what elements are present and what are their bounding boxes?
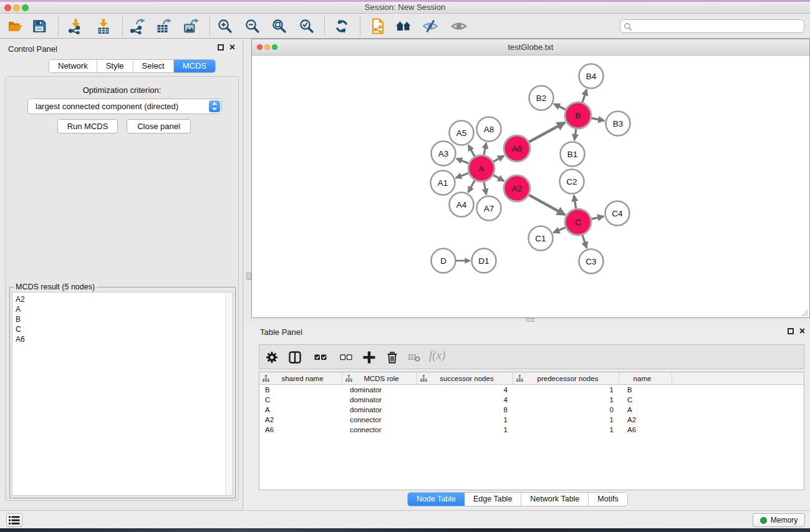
graph-node-C1[interactable]: C1 — [529, 226, 553, 251]
task-history-button[interactable] — [6, 513, 22, 527]
graph-node-A8[interactable]: A8 — [477, 117, 501, 142]
graph-node-C2[interactable]: C2 — [560, 170, 584, 194]
graph-node-B1[interactable]: B1 — [561, 142, 585, 167]
table-cell[interactable]: 1 — [513, 395, 619, 405]
graph-edge-C-C3[interactable] — [582, 233, 587, 248]
mcds-result-item[interactable]: A6 — [12, 334, 233, 344]
node-table[interactable]: shared nameMCDS rolesuccessor nodesprede… — [259, 372, 804, 490]
graph-edge-A-A7[interactable] — [484, 180, 486, 195]
table-cell[interactable]: B — [259, 385, 342, 395]
mcds-result-item[interactable]: B — [12, 314, 233, 324]
table-cell[interactable]: connector — [342, 425, 417, 435]
graph-edge-A-A4[interactable] — [468, 179, 476, 193]
open-session-icon[interactable] — [7, 18, 23, 34]
mcds-result-item[interactable]: C — [12, 324, 233, 334]
network-zoom-traffic-light[interactable] — [272, 44, 277, 50]
graph-node-A[interactable]: A — [468, 155, 494, 181]
tab-node-table[interactable]: Node Table — [408, 493, 465, 506]
network-close-traffic-light[interactable] — [257, 44, 263, 50]
search-box[interactable] — [620, 19, 804, 33]
graph-node-A2[interactable]: A2 — [504, 175, 530, 201]
graph-node-A1[interactable]: A1 — [431, 171, 455, 195]
graph-node-B[interactable]: B — [565, 102, 591, 128]
table-cell[interactable]: C — [619, 395, 672, 405]
graph-edge-A-A5[interactable] — [468, 145, 476, 158]
zoom-fit-icon[interactable] — [271, 18, 287, 34]
zoom-in-icon[interactable] — [217, 18, 233, 34]
table-row[interactable]: A6connector11A6 — [259, 425, 804, 435]
column-visibility-icon[interactable] — [289, 351, 301, 364]
graph-edge-C-C2[interactable] — [574, 195, 576, 210]
table-cell[interactable]: 0 — [513, 405, 619, 415]
column-header-name[interactable]: name — [619, 372, 672, 384]
delete-table-icon[interactable] — [408, 351, 420, 364]
graph-node-C[interactable]: C — [565, 209, 591, 235]
new-network-from-selection-icon[interactable] — [370, 18, 387, 34]
table-cell[interactable]: A — [259, 405, 342, 415]
graph-edge-B-B2[interactable] — [554, 104, 567, 110]
zoom-selected-icon[interactable] — [299, 18, 315, 34]
table-cell[interactable]: 1 — [417, 425, 513, 435]
column-header-shared-name[interactable]: shared name — [259, 372, 342, 384]
hide-graphics-details-icon[interactable] — [422, 18, 438, 34]
graph-node-D1[interactable]: D1 — [472, 249, 496, 273]
import-table-icon[interactable] — [95, 18, 112, 34]
graph-node-A5[interactable]: A5 — [450, 121, 474, 145]
network-canvas[interactable]: AA1A2A3A4A5A6A7A8BB1B2B3B4CC1C2C3C4DD1 — [252, 56, 809, 317]
float-panel-icon[interactable] — [788, 328, 794, 334]
zoom-traffic-light[interactable] — [22, 4, 29, 11]
table-cell[interactable]: dominator — [342, 405, 417, 415]
graph-node-C4[interactable]: C4 — [605, 201, 630, 226]
table-cell[interactable]: 4 — [417, 385, 513, 395]
graph-node-A6[interactable]: A6 — [504, 135, 530, 162]
import-network-icon[interactable] — [67, 18, 84, 34]
function-builder-icon[interactable]: f(x) — [429, 349, 445, 362]
table-cell[interactable]: 1 — [417, 415, 513, 425]
graph-node-B3[interactable]: B3 — [606, 112, 630, 136]
select-all-rows-icon[interactable] — [314, 351, 327, 364]
table-cell[interactable]: C — [259, 395, 342, 405]
table-row[interactable]: A2connector11A2 — [259, 415, 804, 425]
close-panel-icon[interactable]: × — [229, 44, 235, 51]
network-minimize-traffic-light[interactable] — [264, 44, 270, 50]
table-cell[interactable]: 1 — [513, 385, 619, 395]
minimize-traffic-light[interactable] — [13, 4, 20, 11]
vertical-split-handle[interactable] — [246, 273, 251, 280]
tab-edge-table[interactable]: Edge Table — [465, 493, 521, 506]
run-mcds-button[interactable]: Run MCDS — [57, 119, 118, 133]
export-image-icon[interactable] — [183, 18, 199, 34]
close-traffic-light[interactable] — [4, 4, 11, 11]
table-row[interactable]: Cdominator41C — [259, 395, 804, 405]
table-cell[interactable]: A2 — [259, 415, 342, 425]
float-panel-icon[interactable] — [218, 44, 224, 51]
graph-edge-B-B3[interactable] — [590, 118, 604, 121]
table-cell[interactable]: 4 — [417, 395, 513, 405]
table-cell[interactable]: 1 — [513, 415, 619, 425]
mcds-result-list[interactable]: A2ABCA6 — [12, 292, 233, 496]
window-resize-grip[interactable] — [800, 308, 809, 317]
zoom-out-icon[interactable] — [244, 18, 261, 34]
show-graphics-details-icon[interactable] — [451, 18, 467, 34]
export-table-icon[interactable] — [155, 18, 171, 34]
table-cell[interactable]: B — [619, 385, 672, 395]
tab-select[interactable]: Select — [133, 60, 174, 72]
graph-node-A4[interactable]: A4 — [450, 193, 474, 217]
criterion-dropdown[interactable]: largest connected component (directed) — [27, 99, 222, 114]
graph-node-A7[interactable]: A7 — [477, 196, 501, 221]
close-panel-icon[interactable]: × — [799, 328, 805, 334]
table-row[interactable]: Adominator80A — [259, 405, 804, 415]
mcds-result-item[interactable]: A2 — [12, 294, 233, 304]
tab-mcds[interactable]: MCDS — [174, 60, 215, 72]
graph-edge-C-C1[interactable] — [554, 227, 567, 233]
network-window-titlebar[interactable]: testGlobe.txt — [252, 39, 809, 56]
search-input[interactable] — [634, 21, 801, 32]
deselect-all-rows-icon[interactable] — [340, 351, 352, 364]
close-panel-button[interactable]: Close panel — [127, 119, 191, 133]
graph-node-B2[interactable]: B2 — [529, 86, 554, 110]
graph-edge-A-A3[interactable] — [456, 158, 470, 164]
graph-edge-B-B4[interactable] — [582, 89, 587, 104]
graph-edge-A6-B[interactable] — [528, 122, 565, 143]
export-network-icon[interactable] — [129, 18, 145, 34]
graph-node-C3[interactable]: C3 — [579, 249, 604, 274]
table-settings-gear-icon[interactable] — [266, 351, 278, 364]
